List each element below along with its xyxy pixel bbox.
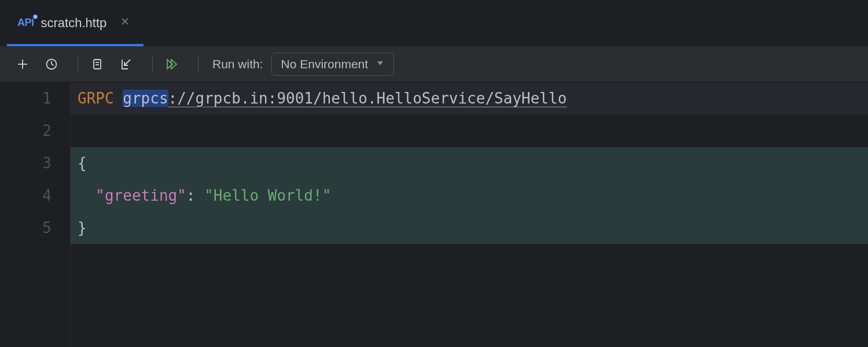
svg-marker-14 (377, 61, 383, 65)
code-line[interactable]: GRPC grpcs://grpcb.in:9001/hello.HelloSe… (78, 82, 868, 115)
tab-active-indicator (7, 44, 144, 46)
close-tab-icon[interactable] (118, 14, 132, 31)
tab-filename: scratch.http (41, 16, 107, 31)
gutter-line-number: 2 (0, 115, 52, 147)
code-line[interactable]: "greeting": "Hello World!" (78, 179, 868, 212)
code-line[interactable] (78, 115, 868, 147)
json-key: "greeting" (95, 187, 186, 204)
toolbar-divider-2 (152, 56, 153, 73)
file-tab[interactable]: API scratch.http (0, 0, 144, 46)
code-line[interactable]: } (78, 212, 868, 244)
svg-point-0 (34, 15, 37, 19)
add-request-icon[interactable] (12, 53, 34, 75)
tab-bar: API scratch.http (0, 0, 868, 46)
toolbar-divider (78, 56, 78, 73)
gutter-line-number: 4 (0, 179, 52, 212)
gutter-line-number: 1 (0, 82, 52, 115)
examples-icon[interactable] (86, 53, 108, 75)
run-with-label: Run with: (212, 57, 263, 71)
gutter-line-number: 3 (0, 147, 52, 179)
svg-rect-8 (94, 60, 101, 69)
toolbar-divider-3 (198, 56, 198, 73)
url-scheme-selected: grpcs (123, 90, 168, 107)
code-area[interactable]: GRPC grpcs://grpcb.in:9001/hello.HelloSe… (71, 82, 868, 347)
chevron-down-icon (376, 59, 384, 69)
request-url: ://grpcb.in:9001/hello.HelloService/SayH… (168, 90, 567, 107)
api-badge-icon (32, 13, 39, 20)
history-icon[interactable] (41, 53, 62, 75)
import-icon[interactable] (115, 53, 137, 75)
json-brace: } (78, 219, 87, 237)
toolbar: Run with: No Environment (0, 46, 868, 82)
json-brace: { (78, 154, 87, 172)
svg-line-7 (52, 64, 54, 65)
gutter: 1 2 3 4 5 (0, 82, 71, 347)
json-string: "Hello World!" (204, 187, 331, 204)
run-all-icon[interactable] (161, 53, 183, 75)
api-file-icon: API (17, 17, 34, 29)
svg-line-11 (124, 60, 130, 65)
http-method: GRPC (78, 90, 114, 107)
code-editor[interactable]: 1 2 3 4 5 GRPC grpcs://grpcb.in:9001/hel… (0, 82, 868, 347)
environment-dropdown-label: No Environment (281, 57, 369, 71)
environment-dropdown[interactable]: No Environment (271, 53, 395, 76)
gutter-line-number: 5 (0, 212, 52, 244)
code-line[interactable]: { (78, 147, 868, 179)
